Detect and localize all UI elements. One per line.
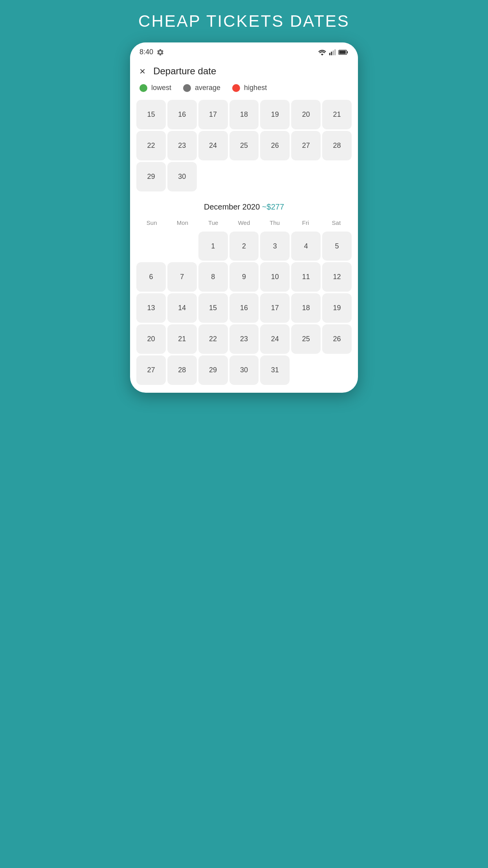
legend-label-average: average — [195, 84, 220, 92]
calendar-day[interactable]: 10 — [260, 262, 290, 292]
calendar-day[interactable]: 27 — [136, 355, 166, 385]
app-header: × Departure date — [130, 60, 358, 84]
prev-month-day[interactable]: 18 — [229, 100, 259, 129]
page-title: CHEAP TICKETS DATES — [138, 12, 350, 31]
empty-cell — [167, 232, 197, 261]
calendar-day[interactable]: 22 — [198, 324, 228, 354]
weekday-label: Sat — [321, 217, 352, 228]
calendar-day[interactable]: 2 — [229, 232, 259, 261]
prev-month-day[interactable]: 19 — [260, 100, 290, 129]
weekday-label: Tue — [198, 217, 229, 228]
prev-month-day[interactable]: 21 — [322, 100, 352, 129]
calendar-day[interactable]: 21 — [167, 324, 197, 354]
prev-month-grid: 15161718192021222324252627282930 — [130, 100, 358, 195]
calendar-day[interactable]: 18 — [291, 293, 321, 323]
calendar-day[interactable]: 24 — [260, 324, 290, 354]
svg-rect-1 — [331, 51, 332, 55]
prev-month-day[interactable]: 25 — [229, 131, 259, 160]
prev-month-day[interactable]: 29 — [136, 162, 166, 191]
legend-label-highest: highest — [244, 84, 267, 92]
calendar-day[interactable]: 23 — [229, 324, 259, 354]
weekday-label: Thu — [259, 217, 290, 228]
calendar-day[interactable]: 31 — [260, 355, 290, 385]
prev-month-day[interactable]: 27 — [291, 131, 321, 160]
calendar-day[interactable]: 8 — [198, 262, 228, 292]
status-left: 8:40 — [139, 48, 164, 56]
status-right — [318, 49, 349, 56]
header-title: Departure date — [153, 66, 216, 77]
empty-cell — [136, 232, 166, 261]
month-header: December 2020 ~$277 — [136, 195, 352, 217]
calendar-day[interactable]: 29 — [198, 355, 228, 385]
calendar-day[interactable]: 25 — [291, 324, 321, 354]
december-calendar: December 2020 ~$277 SunMonTueWedThuFriSa… — [130, 195, 358, 393]
wifi-icon — [318, 49, 327, 56]
weekday-label: Wed — [229, 217, 259, 228]
battery-icon — [338, 49, 349, 55]
calendar-day[interactable]: 3 — [260, 232, 290, 261]
weekdays: SunMonTueWedThuFriSat — [136, 217, 352, 228]
svg-rect-6 — [339, 50, 346, 53]
status-time: 8:40 — [139, 48, 153, 56]
legend-label-lowest: lowest — [151, 84, 171, 92]
gear-icon — [156, 48, 164, 56]
calendar-day[interactable]: 14 — [167, 293, 197, 323]
svg-rect-3 — [334, 49, 336, 55]
legend-item-lowest: lowest — [139, 84, 171, 92]
prev-month-day[interactable]: 22 — [136, 131, 166, 160]
prev-month-day[interactable]: 15 — [136, 100, 166, 129]
legend-item-average: average — [183, 84, 220, 92]
lowest-dot — [139, 84, 147, 92]
phone-frame: 8:40 × De — [130, 42, 358, 393]
calendar-day[interactable]: 11 — [291, 262, 321, 292]
average-dot — [183, 84, 191, 92]
legend: lowest average highest — [130, 84, 358, 100]
svg-rect-0 — [329, 53, 330, 55]
svg-rect-2 — [333, 50, 334, 55]
calendar-day[interactable]: 15 — [198, 293, 228, 323]
month-price: ~$277 — [262, 202, 284, 211]
calendar-day[interactable]: 4 — [291, 232, 321, 261]
close-button[interactable]: × — [139, 66, 145, 76]
legend-item-highest: highest — [232, 84, 267, 92]
calendar-day[interactable]: 6 — [136, 262, 166, 292]
calendar-day[interactable]: 28 — [167, 355, 197, 385]
prev-month-day[interactable]: 26 — [260, 131, 290, 160]
highest-dot — [232, 84, 240, 92]
prev-month-day[interactable]: 20 — [291, 100, 321, 129]
calendar-day[interactable]: 7 — [167, 262, 197, 292]
svg-rect-5 — [347, 51, 348, 53]
prev-month-day[interactable]: 23 — [167, 131, 197, 160]
calendar-day[interactable]: 12 — [322, 262, 352, 292]
calendar-day[interactable]: 19 — [322, 293, 352, 323]
prev-month-day[interactable]: 30 — [167, 162, 197, 191]
calendar-day[interactable]: 9 — [229, 262, 259, 292]
prev-month-day[interactable]: 28 — [322, 131, 352, 160]
month-label: December 2020 — [204, 202, 260, 211]
weekday-label: Fri — [290, 217, 321, 228]
signal-icon — [329, 49, 336, 56]
calendar-day[interactable]: 1 — [198, 232, 228, 261]
weekday-label: Mon — [167, 217, 198, 228]
calendar-day[interactable]: 20 — [136, 324, 166, 354]
calendar-day[interactable]: 26 — [322, 324, 352, 354]
calendar-day[interactable]: 30 — [229, 355, 259, 385]
status-bar: 8:40 — [130, 42, 358, 60]
prev-month-day[interactable]: 24 — [198, 131, 228, 160]
calendar-day[interactable]: 13 — [136, 293, 166, 323]
calendar-day[interactable]: 17 — [260, 293, 290, 323]
calendar-grid: 1234567891011121314151617181920212223242… — [136, 232, 352, 385]
prev-month-day[interactable]: 17 — [198, 100, 228, 129]
calendar-day[interactable]: 5 — [322, 232, 352, 261]
weekday-label: Sun — [136, 217, 167, 228]
calendar-day[interactable]: 16 — [229, 293, 259, 323]
prev-month-day[interactable]: 16 — [167, 100, 197, 129]
